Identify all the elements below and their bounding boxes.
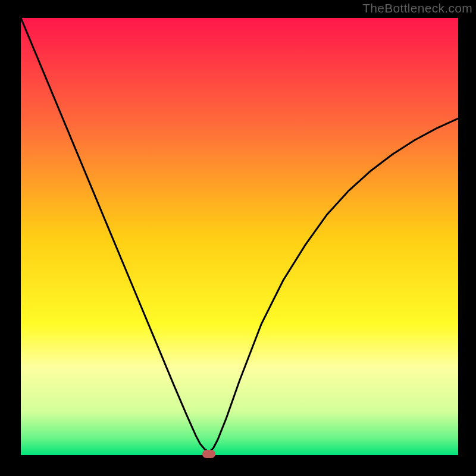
minimum-marker: [202, 450, 215, 458]
chart-svg: [21, 18, 458, 455]
watermark-text: TheBottleneck.com: [362, 1, 472, 15]
chart-frame: TheBottleneck.com: [0, 0, 476, 476]
chart-background: [21, 18, 458, 455]
plot-area: [21, 18, 458, 455]
